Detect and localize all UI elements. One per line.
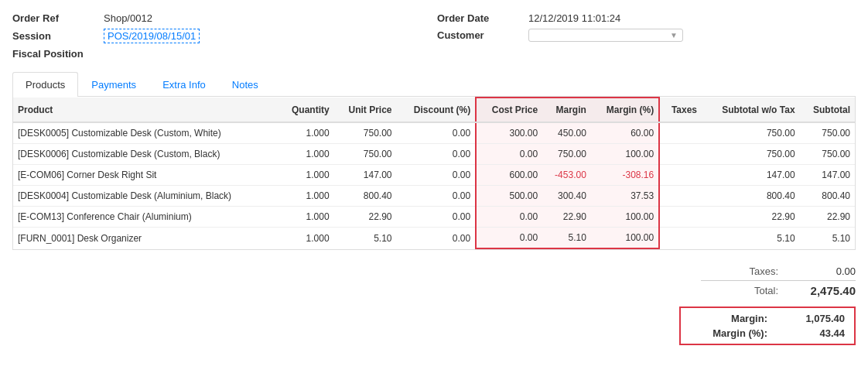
cell-unit-price: 750.00 [334, 144, 397, 165]
cell-discount: 0.00 [397, 144, 477, 165]
order-ref-label: Order Ref [12, 12, 97, 24]
cell-subtotal: 750.00 [800, 122, 855, 144]
order-ref-row: Order Ref Shop/0012 [12, 12, 431, 24]
margin-pct-value: 43.44 [783, 327, 845, 339]
taxes-total-value: 0.00 [794, 265, 856, 277]
taxes-total-label: Taxes: [716, 265, 778, 277]
customer-label: Customer [437, 29, 522, 41]
cell-unit-price: 22.90 [334, 207, 397, 228]
col-cost-price: Cost Price [476, 98, 542, 122]
table-row: [FURN_0001] Desk Organizer1.0005.100.000… [13, 228, 855, 249]
cell-subtotal-wo-tax: 800.40 [702, 186, 800, 207]
col-unit-price: Unit Price [334, 98, 397, 122]
cell-margin-pct: -308.16 [591, 165, 659, 186]
cell-margin: 5.10 [542, 228, 591, 249]
cell-subtotal: 5.10 [800, 228, 855, 249]
fiscal-position-label: Fiscal Position [12, 48, 97, 60]
table-row: [DESK0005] Customizable Desk (Custom, Wh… [13, 122, 855, 144]
cell-product: [DESK0004] Customizable Desk (Aluminium,… [13, 186, 279, 207]
cell-subtotal-wo-tax: 22.90 [702, 207, 800, 228]
session-label: Session [12, 30, 97, 42]
cell-quantity: 1.000 [279, 207, 334, 228]
cell-taxes [659, 207, 702, 228]
cell-margin: 300.40 [542, 186, 591, 207]
cell-subtotal-wo-tax: 750.00 [702, 144, 800, 165]
cell-margin-pct: 100.00 [591, 144, 659, 165]
cell-subtotal: 22.90 [800, 207, 855, 228]
table-row: [E-COM13] Conference Chair (Aluminium)1.… [13, 207, 855, 228]
cell-product: [DESK0006] Customizable Desk (Custom, Bl… [13, 144, 279, 165]
cell-product: [E-COM06] Corner Desk Right Sit [13, 165, 279, 186]
cell-product: [E-COM13] Conference Chair (Aluminium) [13, 207, 279, 228]
session-link[interactable]: POS/2019/08/15/01 [104, 29, 200, 43]
cell-subtotal-wo-tax: 750.00 [702, 122, 800, 144]
products-table-container: Product Quantity Unit Price Discount (%)… [12, 97, 856, 250]
order-date-value: 12/12/2019 11:01:24 [528, 12, 620, 24]
table-header: Product Quantity Unit Price Discount (%)… [13, 98, 855, 122]
order-ref-value: Shop/0012 [104, 12, 152, 24]
cell-cost-price: 300.00 [476, 122, 542, 144]
grand-total-value: 2,475.40 [794, 284, 856, 297]
table-row: [DESK0006] Customizable Desk (Custom, Bl… [13, 144, 855, 165]
cell-margin-pct: 100.00 [591, 228, 659, 249]
cell-product: [FURN_0001] Desk Organizer [13, 228, 279, 249]
header-right: Order Date 12/12/2019 11:01:24 Customer … [437, 12, 856, 60]
col-margin: Margin [542, 98, 591, 122]
order-date-label: Order Date [437, 12, 522, 24]
session-row: Session POS/2019/08/15/01 [12, 29, 431, 43]
table-body: [DESK0005] Customizable Desk (Custom, Wh… [13, 122, 855, 248]
cell-cost-price: 600.00 [476, 165, 542, 186]
cell-margin: 22.90 [542, 207, 591, 228]
cell-discount: 0.00 [397, 207, 477, 228]
cell-discount: 0.00 [397, 165, 477, 186]
cell-discount: 0.00 [397, 186, 477, 207]
margin-row: Margin: 1,075.40 [690, 313, 845, 324]
cell-subtotal: 750.00 [800, 144, 855, 165]
grand-total-label: Total: [716, 285, 778, 296]
cell-subtotal-wo-tax: 5.10 [702, 228, 800, 249]
cell-taxes [659, 122, 702, 144]
cell-margin-pct: 100.00 [591, 207, 659, 228]
totals-section: Taxes: 0.00 Total: 2,475.40 Margin: 1,07… [12, 265, 856, 345]
margin-pct-label: Margin (%): [690, 327, 767, 339]
header-section: Order Ref Shop/0012 Session POS/2019/08/… [12, 12, 856, 60]
customer-input[interactable]: ▼ [528, 29, 683, 42]
cell-subtotal: 800.40 [800, 186, 855, 207]
tab-bar: Products Payments Extra Info Notes [12, 72, 856, 97]
cell-margin-pct: 60.00 [591, 122, 659, 144]
cell-margin: 750.00 [542, 144, 591, 165]
tab-products[interactable]: Products [12, 72, 78, 97]
cell-cost-price: 500.00 [476, 186, 542, 207]
cell-margin-pct: 37.53 [591, 186, 659, 207]
customer-row: Customer ▼ [437, 29, 856, 42]
order-date-row: Order Date 12/12/2019 11:01:24 [437, 12, 856, 24]
tab-notes[interactable]: Notes [219, 72, 272, 97]
dropdown-arrow-icon: ▼ [670, 31, 678, 39]
fiscal-position-row: Fiscal Position [12, 48, 431, 60]
cell-discount: 0.00 [397, 122, 477, 144]
cell-quantity: 1.000 [279, 144, 334, 165]
cell-margin: 450.00 [542, 122, 591, 144]
table-row: [E-COM06] Corner Desk Right Sit1.000147.… [13, 165, 855, 186]
col-margin-pct: Margin (%) [591, 98, 659, 122]
margin-value: 1,075.40 [783, 313, 845, 324]
cell-taxes [659, 228, 702, 249]
margin-label: Margin: [690, 313, 767, 324]
tab-payments[interactable]: Payments [78, 72, 149, 97]
table-row: [DESK0004] Customizable Desk (Aluminium,… [13, 186, 855, 207]
cell-cost-price: 0.00 [476, 207, 542, 228]
cell-taxes [659, 165, 702, 186]
table-header-row: Product Quantity Unit Price Discount (%)… [13, 98, 855, 122]
cell-subtotal-wo-tax: 147.00 [702, 165, 800, 186]
margin-pct-row: Margin (%): 43.44 [690, 327, 845, 339]
cell-quantity: 1.000 [279, 165, 334, 186]
col-taxes: Taxes [659, 98, 702, 122]
cell-quantity: 1.000 [279, 228, 334, 249]
cell-cost-price: 0.00 [476, 228, 542, 249]
cell-unit-price: 750.00 [334, 122, 397, 144]
col-subtotal: Subtotal [800, 98, 855, 122]
tab-extra-info[interactable]: Extra Info [149, 72, 219, 97]
cell-subtotal: 147.00 [800, 165, 855, 186]
cell-unit-price: 5.10 [334, 228, 397, 249]
col-discount: Discount (%) [397, 98, 477, 122]
